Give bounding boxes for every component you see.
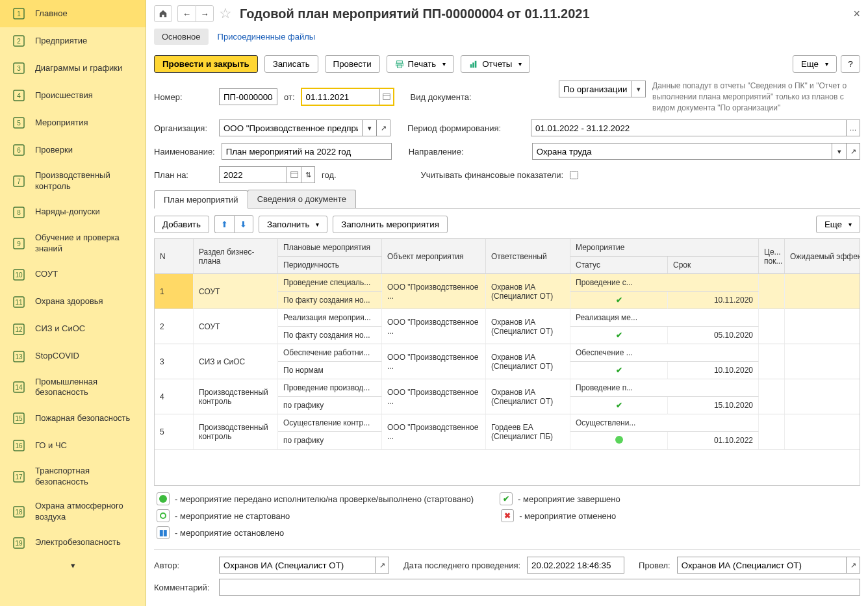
org-input[interactable] <box>219 120 362 136</box>
svg-rect-44 <box>383 94 390 100</box>
direction-label: Направление: <box>409 147 526 157</box>
home-button[interactable] <box>154 5 172 22</box>
move-down-button[interactable]: ⬇ <box>234 215 253 233</box>
help-button[interactable]: ? <box>841 55 860 73</box>
number-input[interactable] <box>219 88 277 105</box>
table-toolbar: Добавить ⬆ ⬇ Заполнить Заполнить меропри… <box>154 215 860 233</box>
tab-attached-files[interactable]: Присоединенные файлы <box>210 29 324 45</box>
svg-text:3: 3 <box>17 65 21 72</box>
sidebar-item-13[interactable]: 14Промышленная безопасность <box>0 370 146 405</box>
date-picker-button[interactable] <box>379 88 394 105</box>
favorite-star-icon[interactable]: ☆ <box>219 5 232 22</box>
sidebar-icon: 10 <box>12 268 26 282</box>
sidebar-item-0[interactable]: 1Главное <box>0 0 146 27</box>
sidebar-icon: 17 <box>12 470 26 484</box>
sidebar-item-label: Диаграммы и графики <box>35 63 122 74</box>
name-input[interactable] <box>222 143 392 160</box>
subtab-plan[interactable]: План мероприятий <box>154 190 248 208</box>
events-table[interactable]: NРаздел бизнес-планаПлановые мероприятия… <box>154 238 860 486</box>
sidebar-item-16[interactable]: 17Транспортная безопасность <box>0 459 146 494</box>
close-button[interactable]: × <box>853 7 860 21</box>
fin-checkbox[interactable] <box>570 171 578 179</box>
number-label: Номер: <box>154 92 212 102</box>
svg-rect-41 <box>470 64 472 68</box>
post-and-close-button[interactable]: Провести и закрыть <box>154 55 258 73</box>
sidebar-item-17[interactable]: 18Охрана атмосферного воздуха <box>0 494 146 529</box>
sidebar-item-15[interactable]: 16ГО и ЧС <box>0 432 146 459</box>
sidebar-item-3[interactable]: 4Происшествия <box>0 82 146 109</box>
lastpost-input[interactable] <box>527 557 624 574</box>
command-toolbar: Провести и закрыть Записать Провести Печ… <box>154 55 860 73</box>
direction-drop-button[interactable]: ▾ <box>832 143 846 160</box>
sidebar-item-7[interactable]: 8Наряды-допуски <box>0 199 146 226</box>
org-open-button[interactable]: ↗ <box>376 120 390 136</box>
nav-forward-button[interactable]: → <box>196 5 214 22</box>
sidebar-item-label: Транспортная безопасность <box>35 466 138 488</box>
reports-button[interactable]: Отчеты <box>461 55 530 73</box>
nav-back-button[interactable]: ← <box>177 5 196 22</box>
sidebar-item-8[interactable]: 9Обучение и проверка знаний <box>0 226 146 261</box>
svg-text:18: 18 <box>15 509 23 516</box>
sidebar-item-5[interactable]: 6Проверки <box>0 136 146 164</box>
svg-text:7: 7 <box>17 178 21 185</box>
sidebar-item-label: СОУТ <box>35 269 58 280</box>
subtab-docinfo[interactable]: Сведения о документе <box>248 190 356 208</box>
sidebar: 1Главное2Предприятие3Диаграммы и графики… <box>0 0 146 606</box>
author-open-button[interactable]: ↗ <box>375 557 389 574</box>
sidebar-icon: 8 <box>12 205 26 220</box>
fill-events-button[interactable]: Заполнить мероприятия <box>333 216 448 233</box>
sidebar-icon: 16 <box>12 438 26 453</box>
legend-started-icon <box>157 492 170 505</box>
sidebar-item-11[interactable]: 12СИЗ и СиОС <box>0 316 146 343</box>
save-button[interactable]: Записать <box>264 55 318 73</box>
main-content: ← → ☆ Годовой план мероприятий ПП-000000… <box>146 0 868 606</box>
sidebar-item-18[interactable]: 19Электробезопасность <box>0 529 146 557</box>
legend: - мероприятие передано исполнителю/на пр… <box>154 486 860 549</box>
sidebar-item-4[interactable]: 5Мероприятия <box>0 109 146 136</box>
subtabs: План мероприятий Сведения о документе <box>154 190 860 208</box>
planfor-step-button[interactable]: ⇅ <box>301 166 315 183</box>
print-button[interactable]: Печать <box>387 55 455 73</box>
doctype-input[interactable] <box>559 81 632 97</box>
sidebar-item-1[interactable]: 2Предприятие <box>0 27 146 55</box>
fill-button[interactable]: Заполнить <box>259 216 327 233</box>
doctype-hint: Данные попадут в отчеты "Сведения о ПК" … <box>652 81 860 113</box>
direction-open-button[interactable]: ↗ <box>846 143 860 160</box>
date-input[interactable] <box>301 88 379 105</box>
move-up-button[interactable]: ⬆ <box>214 215 234 233</box>
sidebar-item-12[interactable]: 13StopCOVID <box>0 343 146 370</box>
top-tabs: Основное Присоединенные файлы <box>154 29 860 45</box>
sidebar-item-2[interactable]: 3Диаграммы и графики <box>0 55 146 82</box>
add-button[interactable]: Добавить <box>154 216 209 233</box>
svg-text:1: 1 <box>17 10 21 18</box>
doctype-drop-button[interactable]: ▾ <box>632 81 646 97</box>
sidebar-item-label: Предприятие <box>35 36 87 47</box>
org-drop-button[interactable]: ▾ <box>362 120 376 136</box>
postedby-open-button[interactable]: ↗ <box>846 557 860 574</box>
table-more-button[interactable]: Еще <box>816 216 860 233</box>
author-label: Автор: <box>154 561 212 570</box>
sidebar-icon: 1 <box>12 6 26 21</box>
comment-input[interactable] <box>219 579 860 596</box>
svg-text:15: 15 <box>15 415 23 422</box>
svg-text:4: 4 <box>17 92 21 99</box>
author-input[interactable] <box>219 557 375 574</box>
comment-label: Комментарий: <box>154 583 212 592</box>
sidebar-item-label: Электробезопасность <box>35 537 121 548</box>
sidebar-expand[interactable]: ▾ <box>0 557 146 574</box>
post-button[interactable]: Провести <box>325 55 380 73</box>
period-input[interactable] <box>531 120 846 136</box>
planfor-picker-button[interactable] <box>287 166 301 183</box>
svg-text:13: 13 <box>15 353 23 360</box>
lastpost-label: Дата последнего проведения: <box>403 561 520 570</box>
period-picker-button[interactable]: … <box>846 120 860 136</box>
more-button[interactable]: Еще <box>793 55 837 73</box>
sidebar-item-10[interactable]: 11Охрана здоровья <box>0 288 146 316</box>
sidebar-item-9[interactable]: 10СОУТ <box>0 261 146 288</box>
direction-input[interactable] <box>532 143 832 160</box>
tab-main[interactable]: Основное <box>154 29 209 45</box>
planfor-input[interactable] <box>219 166 287 183</box>
postedby-input[interactable] <box>677 557 846 574</box>
sidebar-item-14[interactable]: 15Пожарная безопасность <box>0 405 146 432</box>
sidebar-item-6[interactable]: 7Производственный контроль <box>0 164 146 199</box>
